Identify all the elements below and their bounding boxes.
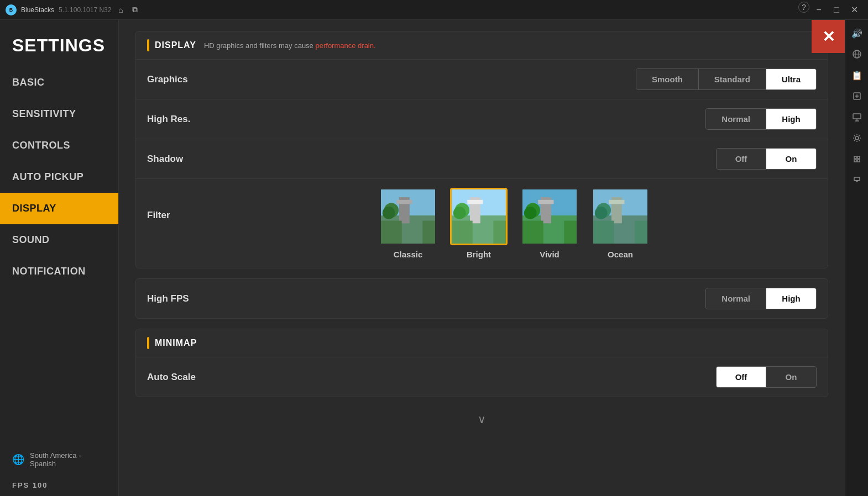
shadow-on-btn[interactable]: On bbox=[766, 149, 816, 169]
help-icon[interactable]: ? bbox=[798, 2, 809, 13]
svg-rect-17 bbox=[493, 221, 506, 244]
sidebar-item-basic[interactable]: BASIC bbox=[0, 67, 118, 98]
svg-point-6 bbox=[383, 207, 395, 219]
high-fps-section: High FPS Normal High bbox=[135, 278, 828, 319]
high-fps-label: High FPS bbox=[147, 293, 705, 304]
svg-point-15 bbox=[453, 207, 466, 219]
minimap-section-title: MINIMAP bbox=[155, 338, 197, 348]
filter-bright-label: Bright bbox=[467, 250, 491, 259]
region-label: South America - Spanish bbox=[30, 451, 106, 468]
filter-bright[interactable]: Bright bbox=[450, 188, 508, 259]
content-area: DISPLAY HD graphics and filters may caus… bbox=[119, 20, 845, 496]
right-toolbar: 🔊 📋 bbox=[845, 20, 868, 496]
highres-high-btn[interactable]: High bbox=[766, 109, 816, 129]
minimap-section: MINIMAP Auto Scale Off On bbox=[135, 329, 828, 397]
graphics-ultra-btn[interactable]: Ultra bbox=[766, 69, 816, 89]
filter-vivid-thumbnail bbox=[521, 188, 578, 245]
close-button[interactable]: ✕ bbox=[846, 2, 862, 18]
sidebar-nav: BASIC SENSITIVITY CONTROLS AUTO PICKUP D… bbox=[0, 67, 118, 287]
toolbar-icon-7[interactable] bbox=[848, 150, 866, 168]
svg-rect-8 bbox=[422, 221, 435, 244]
filter-label: Filter bbox=[147, 188, 213, 221]
toolbar-icon-2[interactable] bbox=[848, 45, 866, 63]
filter-ocean[interactable]: Ocean bbox=[592, 188, 649, 259]
filter-bright-thumbnail bbox=[450, 188, 508, 245]
display-section-header: DISPLAY HD graphics and filters may caus… bbox=[136, 31, 828, 60]
settings-close-button[interactable]: ✕ bbox=[812, 20, 845, 53]
sidebar: SETTINGS BASIC SENSITIVITY CONTROLS AUTO… bbox=[0, 20, 119, 496]
settings-title: SETTINGS bbox=[0, 20, 118, 67]
toolbar-icon-1[interactable]: 🔊 bbox=[848, 24, 866, 42]
sidebar-item-sensitivity[interactable]: SENSITIVITY bbox=[0, 98, 118, 130]
svg-rect-22 bbox=[538, 200, 553, 204]
filter-vivid[interactable]: Vivid bbox=[521, 188, 578, 259]
svg-rect-4 bbox=[396, 200, 412, 204]
svg-rect-31 bbox=[609, 200, 624, 204]
chevron-down-icon: ∨ bbox=[478, 413, 486, 425]
high-fps-normal-btn[interactable]: Normal bbox=[706, 288, 766, 309]
high-fps-row: High FPS Normal High bbox=[136, 279, 828, 318]
minimize-button[interactable]: − bbox=[811, 2, 827, 18]
graphics-standard-btn[interactable]: Standard bbox=[699, 69, 766, 89]
filter-vivid-label: Vivid bbox=[540, 250, 560, 259]
fps-display: FPS 100 bbox=[0, 477, 118, 496]
section-indicator bbox=[147, 39, 149, 51]
svg-rect-16 bbox=[452, 221, 473, 244]
sidebar-item-display[interactable]: DISPLAY bbox=[0, 193, 118, 224]
display-section-title: DISPLAY bbox=[155, 40, 196, 50]
display-section: DISPLAY HD graphics and filters may caus… bbox=[135, 31, 828, 268]
app-version: 5.1.100.1017 N32 bbox=[59, 6, 111, 14]
graphics-smooth-btn[interactable]: Smooth bbox=[636, 69, 699, 89]
graphics-row: Graphics Smooth Standard Ultra bbox=[136, 60, 828, 99]
high-fps-high-btn[interactable]: High bbox=[766, 288, 816, 309]
sidebar-item-auto-pickup[interactable]: AUTO PICKUP bbox=[0, 161, 118, 193]
highres-row: High Res. Normal High bbox=[136, 99, 828, 139]
highres-normal-btn[interactable]: Normal bbox=[706, 109, 766, 129]
shadow-toggle-group: Off On bbox=[716, 148, 817, 170]
svg-rect-34 bbox=[593, 221, 614, 244]
auto-scale-on-btn[interactable]: On bbox=[766, 367, 816, 387]
svg-point-45 bbox=[855, 136, 859, 140]
window-controls: ? − □ ✕ bbox=[798, 2, 862, 18]
auto-scale-toggle-group: Off On bbox=[716, 366, 817, 388]
app-title: BlueStacks bbox=[21, 6, 54, 14]
display-section-subtitle: HD graphics and filters may cause perfor… bbox=[204, 41, 376, 50]
sidebar-footer: 🌐 South America - Spanish bbox=[0, 442, 118, 477]
svg-rect-7 bbox=[381, 221, 402, 244]
toolbar-icon-5[interactable] bbox=[848, 108, 866, 126]
minimap-section-header: MINIMAP bbox=[136, 329, 828, 357]
minimap-indicator bbox=[147, 337, 149, 349]
filter-classic-thumbnail bbox=[379, 188, 437, 245]
sidebar-item-notification[interactable]: NOTIFICATION bbox=[0, 256, 118, 287]
svg-point-24 bbox=[524, 207, 537, 219]
svg-rect-25 bbox=[522, 221, 543, 244]
sidebar-item-controls[interactable]: CONTROLS bbox=[0, 130, 118, 161]
high-fps-toggle-group: Normal High bbox=[705, 288, 817, 309]
auto-scale-off-btn[interactable]: Off bbox=[717, 367, 766, 387]
shadow-label: Shadow bbox=[147, 154, 716, 165]
toolbar-icon-6[interactable] bbox=[848, 129, 866, 147]
bluestacks-logo: B bbox=[6, 4, 17, 15]
multi-icon[interactable]: ⧉ bbox=[130, 5, 140, 15]
filter-ocean-label: Ocean bbox=[608, 250, 633, 259]
title-bar-left: B BlueStacks 5.1.100.1017 N32 ⌂ ⧉ bbox=[6, 4, 140, 15]
graphics-label: Graphics bbox=[147, 74, 636, 85]
filter-options: Classic bbox=[379, 188, 649, 259]
scroll-indicator: ∨ bbox=[135, 407, 828, 431]
maximize-button[interactable]: □ bbox=[828, 2, 845, 18]
toolbar-icon-8[interactable] bbox=[848, 171, 866, 189]
shadow-off-btn[interactable]: Off bbox=[717, 149, 766, 169]
highres-toggle-group: Normal High bbox=[705, 108, 817, 130]
sidebar-item-sound[interactable]: SOUND bbox=[0, 224, 118, 256]
svg-rect-35 bbox=[635, 221, 647, 244]
filter-classic[interactable]: Classic bbox=[379, 188, 437, 259]
filter-ocean-thumbnail bbox=[592, 188, 649, 245]
toolbar-icon-3[interactable]: 📋 bbox=[848, 66, 866, 84]
home-icon[interactable]: ⌂ bbox=[116, 5, 126, 15]
title-bar: B BlueStacks 5.1.100.1017 N32 ⌂ ⧉ ? − □ … bbox=[0, 0, 868, 20]
svg-rect-13 bbox=[467, 200, 483, 204]
toolbar-icon-4[interactable] bbox=[848, 87, 866, 105]
svg-rect-26 bbox=[564, 221, 577, 244]
svg-point-33 bbox=[595, 207, 608, 219]
shadow-row: Shadow Off On bbox=[136, 139, 828, 179]
